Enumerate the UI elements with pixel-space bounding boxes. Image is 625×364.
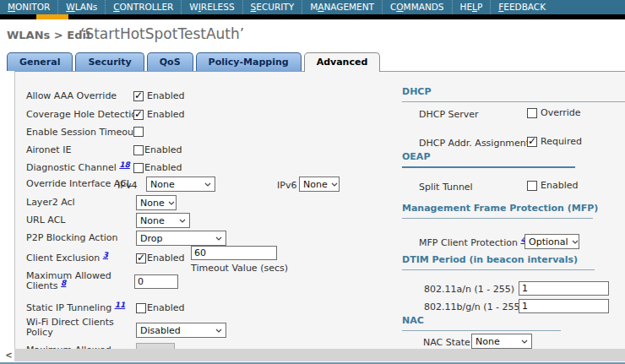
chevron-down-icon <box>168 201 175 205</box>
field-label: Allow AAA Override <box>26 90 117 101</box>
row-nac-state: NAC State None <box>15 334 625 349</box>
footnote-3-link[interactable]: 3 <box>103 251 108 259</box>
field-label: Layer2 Acl <box>26 197 75 208</box>
row-dtim-80211a: 802.11a/n (1 - 255) <box>15 280 625 297</box>
checkbox-label: Enabled <box>147 253 184 263</box>
menu-item-security[interactable]: SECURITY <box>242 0 302 14</box>
footnote-18-link[interactable]: 18 <box>119 160 130 169</box>
checkbox-label: Enabled <box>147 90 184 101</box>
tab-security[interactable]: Security <box>75 52 144 71</box>
tab-strip: General Security QoS Policy-Mapping Adva… <box>0 47 625 72</box>
layer2-acl-select[interactable]: None <box>136 195 177 210</box>
allow-aaa-override-checkbox[interactable] <box>133 91 144 101</box>
title-bar: WLANs > Edit ‘StartHotSpotTestAuth’ <box>0 19 625 47</box>
row-split-tunnel: Split Tunnel Enabled <box>15 178 625 195</box>
row-mfp-client-protection: MFP Client Protection 4 Optional <box>15 234 625 251</box>
tab-general[interactable]: General <box>7 52 73 71</box>
menu-item-monitor[interactable]: MONITOR <box>0 0 57 14</box>
field-label: URL ACL <box>26 215 65 225</box>
chevron-down-icon <box>521 340 528 344</box>
menu-item-controller[interactable]: CONTROLLER <box>105 0 181 14</box>
section-header-dtim: DTIM Period (in beacon intervals) <box>402 254 595 270</box>
field-label: Diagnostic Channel 18 <box>26 162 130 173</box>
wlc-advanced-page: MONITOR WLANs CONTROLLER WIRELESS SECURI… <box>0 0 625 364</box>
checkbox-label: Enabled <box>144 162 182 173</box>
checkbox-label: Enabled <box>541 180 578 191</box>
field-label: Split Tunnel <box>419 182 473 193</box>
scroll-left-arrow-icon[interactable]: < <box>3 349 14 361</box>
menu-item-wireless[interactable]: WIRELESS <box>181 0 242 14</box>
menu-item-commands[interactable]: COMMANDS <box>382 0 452 14</box>
scrollbar-track[interactable] <box>14 349 625 361</box>
tab-qos[interactable]: QoS <box>147 52 193 71</box>
checkbox-label: Override <box>541 107 581 118</box>
field-label: NAC State <box>423 337 470 348</box>
row-dhcp-addr-assignment: DHCP Addr. Assignment Required <box>15 134 625 151</box>
menu-item-help[interactable]: HELP <box>452 0 491 14</box>
field-label: Client Exclusion 3 <box>26 253 108 263</box>
client-exclusion-checkbox[interactable] <box>136 253 146 263</box>
section-header-mfp: Management Frame Protection (MFP) <box>402 203 593 219</box>
field-label: DHCP Addr. Assignment <box>419 138 530 149</box>
nac-state-select[interactable]: None <box>471 334 532 349</box>
field-label: MFP Client Protection 4 <box>419 237 526 248</box>
url-acl-select[interactable]: None <box>136 213 190 228</box>
section-header-oeap: OEAP <box>402 151 575 168</box>
chevron-down-icon <box>572 240 579 244</box>
main-menubar: MONITOR WLANs CONTROLLER WIRELESS SECURI… <box>0 0 625 14</box>
row-dtim-80211bgn: 802.11b/g/n (1 - 255) <box>15 298 625 315</box>
dtim-80211a-input[interactable] <box>519 281 609 296</box>
section-header-nac: NAC <box>402 315 561 331</box>
field-label: 802.11b/g/n (1 - 255) <box>424 302 524 312</box>
advanced-tab-panel: Allow AAA Override Enabled Coverage Hole… <box>14 71 625 349</box>
menu-item-management[interactable]: MANAGEMENT <box>302 0 382 14</box>
breadcrumb: WLANs > Edit <box>7 29 91 41</box>
tab-advanced[interactable]: Advanced <box>304 52 381 72</box>
diagnostic-channel-checkbox[interactable] <box>133 163 144 173</box>
chevron-down-icon <box>215 329 222 333</box>
field-label: 802.11a/n (1 - 255) <box>424 284 514 295</box>
menu-item-feedback[interactable]: FEEDBACK <box>490 0 553 14</box>
horizontal-scrollbar: < <box>0 349 625 361</box>
dtim-80211bgn-input[interactable] <box>519 299 609 313</box>
chevron-down-icon <box>179 219 186 223</box>
tab-policy-mapping[interactable]: Policy-Mapping <box>196 52 302 71</box>
section-header-dhcp: DHCP <box>402 86 625 102</box>
row-dhcp-server: DHCP Server Override <box>15 106 625 122</box>
mfp-client-protection-select[interactable]: Optional <box>524 234 579 249</box>
page-title: ‘StartHotSpotTestAuth’ <box>80 25 244 42</box>
dhcp-addr-required-checkbox[interactable] <box>527 137 537 147</box>
split-tunnel-checkbox[interactable] <box>527 181 537 191</box>
dhcp-server-override-checkbox[interactable] <box>527 108 537 118</box>
field-label: DHCP Server <box>419 109 479 120</box>
checkbox-label: Required <box>541 136 582 147</box>
menu-item-wlans[interactable]: WLANs <box>57 0 105 14</box>
